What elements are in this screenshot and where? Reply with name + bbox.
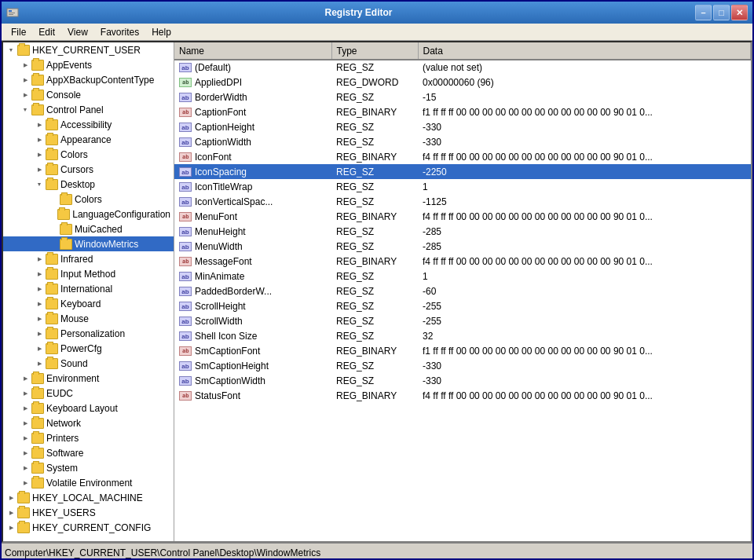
tree-node-hklm[interactable]: HKEY_LOCAL_MACHINE xyxy=(3,490,174,505)
tree-node-appearance[interactable]: Appearance xyxy=(3,132,174,147)
tree-node-infrared[interactable]: Infrared xyxy=(3,251,174,266)
maximize-button[interactable]: □ xyxy=(713,5,730,20)
tree-expander[interactable] xyxy=(33,298,46,310)
tree-node-muicached[interactable]: MuiCached xyxy=(3,221,174,236)
tree-node-colors[interactable]: Colors xyxy=(3,147,174,162)
tree-expander[interactable] xyxy=(19,89,31,101)
tree-expander[interactable] xyxy=(19,462,31,474)
tree-expander[interactable] xyxy=(33,283,46,295)
table-row[interactable]: abSmCaptionHeightREG_SZ-330 xyxy=(174,358,751,373)
tree-expander[interactable] xyxy=(19,417,31,430)
tree-node-eudc[interactable]: EUDC xyxy=(3,386,174,401)
col-header-data[interactable]: Data xyxy=(418,42,751,60)
col-header-name[interactable]: Name xyxy=(174,42,331,60)
tree-expander[interactable] xyxy=(33,163,46,176)
tree-node-hku[interactable]: HKEY_USERS xyxy=(3,505,174,520)
tree-expander[interactable] xyxy=(47,238,60,251)
tree-expander[interactable] xyxy=(33,328,46,340)
tree-expander[interactable] xyxy=(5,522,17,534)
tree-expander[interactable] xyxy=(33,268,46,280)
tree-expander[interactable] xyxy=(47,223,60,236)
tree-node-appevents[interactable]: AppEvents xyxy=(3,57,174,72)
tree-expander[interactable] xyxy=(19,432,31,445)
tree-expander[interactable] xyxy=(19,372,31,385)
table-row[interactable]: abStatusFontREG_BINARYf4 ff ff ff 00 00 … xyxy=(174,388,751,403)
tree-expander[interactable] xyxy=(33,148,46,161)
tree-node-hkcu[interactable]: HKEY_CURRENT_USER xyxy=(3,42,174,57)
menu-file[interactable]: File xyxy=(5,25,32,39)
col-header-type[interactable]: Type xyxy=(331,42,418,60)
table-row[interactable]: abScrollHeightREG_SZ-255 xyxy=(174,298,751,313)
tree-expander[interactable] xyxy=(33,178,46,191)
tree-expander[interactable] xyxy=(33,253,46,265)
tree-node-keyboardlayout[interactable]: Keyboard Layout xyxy=(3,401,174,415)
tree-node-appxbackup[interactable]: AppXBackupContentType xyxy=(3,72,174,87)
tree-node-console[interactable]: Console xyxy=(3,87,174,102)
table-row[interactable]: abBorderWidthREG_SZ-15 xyxy=(174,90,751,104)
tree-node-desktop[interactable]: Desktop xyxy=(3,177,174,192)
tree-node-printers[interactable]: Printers xyxy=(3,430,174,445)
table-row[interactable]: abIconFontREG_BINARYf4 ff ff ff 00 00 00… xyxy=(174,149,751,164)
tree-expander[interactable] xyxy=(45,208,57,221)
table-row[interactable]: abMessageFontREG_BINARYf4 ff ff ff 00 00… xyxy=(174,254,751,269)
tree-node-software[interactable]: Software xyxy=(3,445,174,460)
table-row[interactable]: abPaddedBorderW...REG_SZ-60 xyxy=(174,284,751,298)
table-row[interactable]: ab(Default)REG_SZ(value not set) xyxy=(174,60,751,75)
tree-node-system[interactable]: System xyxy=(3,460,174,475)
tree-node-international[interactable]: International xyxy=(3,281,174,296)
table-row[interactable]: abScrollWidthREG_SZ-255 xyxy=(174,313,751,328)
tree-node-sound[interactable]: Sound xyxy=(3,356,174,371)
tree-node-accessibility[interactable]: Accessibility xyxy=(3,117,174,132)
table-row[interactable]: abSmCaptionWidthREG_SZ-330 xyxy=(174,373,751,388)
tree-expander[interactable] xyxy=(33,313,46,325)
tree-node-cursors[interactable]: Cursors xyxy=(3,162,174,177)
values-panel[interactable]: Name Type Data ab(Default)REG_SZ(value n… xyxy=(174,42,751,541)
tree-expander[interactable] xyxy=(19,104,31,116)
menu-view[interactable]: View xyxy=(61,25,94,39)
minimize-button[interactable]: – xyxy=(695,5,712,20)
tree-node-powercfg[interactable]: PowerCfg xyxy=(3,341,174,356)
menu-favorites[interactable]: Favorites xyxy=(94,25,145,39)
tree-node-personalization[interactable]: Personalization xyxy=(3,326,174,341)
tree-expander[interactable] xyxy=(19,477,31,489)
table-row[interactable]: abMenuWidthREG_SZ-285 xyxy=(174,239,751,254)
tree-panel[interactable]: HKEY_CURRENT_USERAppEventsAppXBackupCont… xyxy=(3,42,174,541)
table-row[interactable]: abCaptionHeightREG_SZ-330 xyxy=(174,119,751,134)
tree-expander[interactable] xyxy=(33,119,46,131)
tree-node-inputmethod[interactable]: Input Method xyxy=(3,266,174,281)
tree-expander[interactable] xyxy=(19,59,31,71)
tree-node-controlpanel[interactable]: Control Panel xyxy=(3,102,174,117)
table-row[interactable]: abAppliedDPIREG_DWORD0x00000060 (96) xyxy=(174,75,751,90)
tree-expander[interactable] xyxy=(19,74,31,86)
tree-expander[interactable] xyxy=(5,44,17,57)
tree-expander[interactable] xyxy=(33,357,46,370)
tree-expander[interactable] xyxy=(19,387,31,400)
table-row[interactable]: abSmCaptionFontREG_BINARYf1 ff ff ff 00 … xyxy=(174,343,751,358)
tree-node-windowmetrics[interactable]: WindowMetrics xyxy=(3,236,174,251)
tree-node-langconfig[interactable]: LanguageConfiguration xyxy=(3,207,174,221)
table-row[interactable]: abMenuFontREG_BINARYf4 ff ff ff 00 00 00… xyxy=(174,209,751,224)
table-row[interactable]: abMenuHeightREG_SZ-285 xyxy=(174,224,751,239)
menu-help[interactable]: Help xyxy=(145,25,178,39)
tree-node-keyboard[interactable]: Keyboard xyxy=(3,296,174,311)
menu-edit[interactable]: Edit xyxy=(32,25,61,39)
close-button[interactable]: ✕ xyxy=(731,5,748,20)
tree-expander[interactable] xyxy=(33,342,46,355)
tree-node-hkcc[interactable]: HKEY_CURRENT_CONFIG xyxy=(3,520,174,535)
tree-node-network[interactable]: Network xyxy=(3,415,174,430)
table-row[interactable]: abIconSpacingREG_SZ-2250 xyxy=(174,164,751,179)
table-row[interactable]: abIconTitleWrapREG_SZ1 xyxy=(174,179,751,194)
table-row[interactable]: abCaptionFontREG_BINARYf1 ff ff ff 00 00… xyxy=(174,104,751,119)
tree-node-colors2[interactable]: Colors xyxy=(3,192,174,207)
table-row[interactable]: abMinAnimateREG_SZ1 xyxy=(174,269,751,284)
tree-expander[interactable] xyxy=(5,492,17,504)
tree-expander[interactable] xyxy=(19,447,31,459)
tree-expander[interactable] xyxy=(19,402,31,415)
tree-expander[interactable] xyxy=(5,507,17,519)
tree-node-mouse[interactable]: Mouse xyxy=(3,311,174,326)
tree-node-volatileenv[interactable]: Volatile Environment xyxy=(3,475,174,490)
table-row[interactable]: abIconVerticalSpac...REG_SZ-1125 xyxy=(174,194,751,209)
tree-expander[interactable] xyxy=(33,134,46,146)
table-row[interactable]: abShell Icon SizeREG_SZ32 xyxy=(174,328,751,343)
table-row[interactable]: abCaptionWidthREG_SZ-330 xyxy=(174,134,751,149)
